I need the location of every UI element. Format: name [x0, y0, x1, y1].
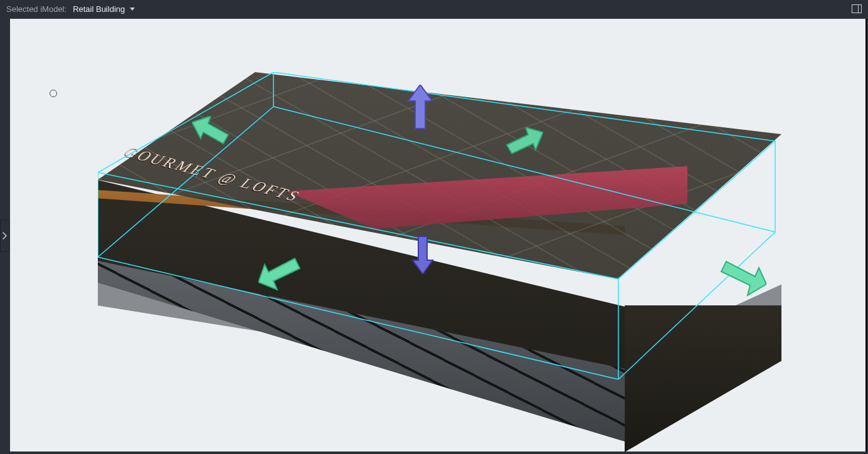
- building-model: GOURMET @ LOFTS: [98, 72, 781, 423]
- arrow-up-z-icon[interactable]: [406, 85, 434, 131]
- caret-down-icon: [130, 8, 135, 11]
- scene-3d: GOURMET @ LOFTS: [10, 19, 867, 451]
- expand-panel-handle[interactable]: [0, 219, 10, 252]
- arrow-ne-icon[interactable]: [504, 127, 543, 156]
- viewport-3d[interactable]: GOURMET @ LOFTS: [10, 19, 867, 451]
- header-bar: Selected iModel: Retail Building: [0, 0, 868, 18]
- imodel-selector[interactable]: Retail Building: [73, 4, 135, 14]
- arrow-nw-icon[interactable]: [192, 116, 231, 146]
- arrow-sw-icon[interactable]: [258, 257, 304, 291]
- chevron-right-icon: [3, 232, 8, 240]
- imodel-selected-value: Retail Building: [73, 4, 125, 14]
- header-left: Selected iModel: Retail Building: [6, 4, 135, 14]
- app-root: Selected iModel: Retail Building: [0, 0, 868, 454]
- stage: GOURMET @ LOFTS: [0, 18, 868, 454]
- arrow-se-icon[interactable]: [717, 260, 766, 297]
- layout-toggle-icon[interactable]: [852, 4, 862, 13]
- side-wall: [625, 305, 781, 451]
- imodel-label: Selected iModel:: [6, 4, 66, 14]
- arrow-down-z-icon[interactable]: [411, 235, 434, 274]
